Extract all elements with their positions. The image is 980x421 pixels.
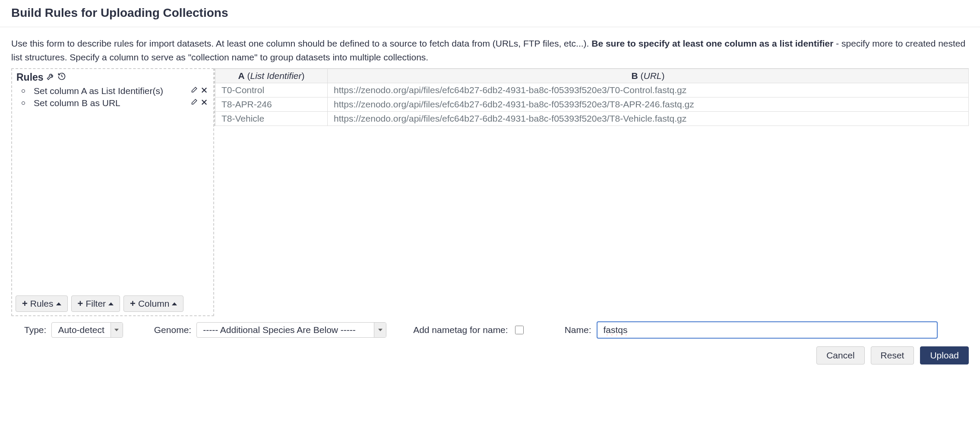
cell-identifier: T8-APR-246 <box>215 97 328 112</box>
add-column-button[interactable]: + Column <box>123 295 183 312</box>
chevron-down-icon <box>111 323 123 337</box>
close-icon[interactable] <box>200 86 208 96</box>
upload-button[interactable]: Upload <box>920 346 969 364</box>
plus-icon: + <box>78 299 83 308</box>
add-rules-button[interactable]: + Rules <box>16 295 68 312</box>
col-letter: A <box>238 71 244 81</box>
cell-url: https://zenodo.org/api/files/efc64b27-6d… <box>328 112 969 126</box>
plus-icon: + <box>130 299 136 308</box>
edit-icon[interactable] <box>190 86 198 96</box>
rule-text: Set column B as URL <box>34 98 120 108</box>
caret-up-icon <box>108 302 114 305</box>
col-type: List Identifier <box>250 71 301 81</box>
name-input[interactable] <box>597 321 938 339</box>
cell-identifier: T8-Vehicle <box>215 112 328 126</box>
bullet-icon <box>22 101 25 105</box>
column-header-a[interactable]: A (List Identifier) <box>215 69 328 83</box>
rules-list: Set column A as List Identifier(s) Set c… <box>12 85 213 109</box>
page-title: Build Rules for Uploading Collections <box>11 6 969 20</box>
button-label: Column <box>138 298 169 309</box>
table-row: T0-Control https://zenodo.org/api/files/… <box>215 83 969 97</box>
button-label: Filter <box>85 298 106 309</box>
cell-url: https://zenodo.org/api/files/efc64b27-6d… <box>328 83 969 97</box>
wrench-icon[interactable] <box>46 72 55 83</box>
caret-up-icon <box>56 302 61 305</box>
reset-button[interactable]: Reset <box>871 346 914 364</box>
description-bold: Be sure to specify at least one column a… <box>591 38 833 48</box>
table-row: T8-Vehicle https://zenodo.org/api/files/… <box>215 112 969 126</box>
caret-up-icon <box>172 302 177 305</box>
rules-heading: Rules <box>12 69 213 84</box>
edit-icon[interactable] <box>190 98 198 108</box>
type-label: Type: <box>24 325 46 335</box>
nametag-checkbox[interactable] <box>515 326 524 334</box>
col-letter: B <box>631 71 638 81</box>
cell-url: https://zenodo.org/api/files/efc64b27-6d… <box>328 97 969 112</box>
description-text: Use this form to describe rules for impo… <box>11 38 591 48</box>
page-description: Use this form to describe rules for impo… <box>0 27 980 68</box>
rules-heading-text: Rules <box>16 72 44 83</box>
data-table: A (List Identifier) B (URL) T0-Control h… <box>215 69 969 126</box>
type-value: Auto-detect <box>52 323 110 337</box>
genome-select[interactable]: ----- Additional Species Are Below ----- <box>196 322 386 338</box>
cell-identifier: T0-Control <box>215 83 328 97</box>
rule-text: Set column A as List Identifier(s) <box>34 86 163 96</box>
genome-label: Genome: <box>154 325 191 335</box>
rule-item: Set column A as List Identifier(s) <box>22 85 208 97</box>
column-header-b[interactable]: B (URL) <box>328 69 969 83</box>
data-table-area: A (List Identifier) B (URL) T0-Control h… <box>214 68 969 126</box>
genome-value: ----- Additional Species Are Below ----- <box>197 323 374 337</box>
chevron-down-icon <box>374 323 386 337</box>
col-type: URL <box>643 71 661 81</box>
type-select[interactable]: Auto-detect <box>51 322 123 338</box>
add-filter-button[interactable]: + Filter <box>71 295 120 312</box>
button-label: Rules <box>30 298 54 309</box>
nametag-label: Add nametag for name: <box>413 325 508 335</box>
plus-icon: + <box>22 299 28 308</box>
bullet-icon <box>22 89 25 93</box>
rules-panel: Rules Set column A as List Identifier(s) <box>11 68 214 316</box>
close-icon[interactable] <box>200 98 208 108</box>
table-row: T8-APR-246 https://zenodo.org/api/files/… <box>215 97 969 112</box>
name-label: Name: <box>565 325 591 335</box>
cancel-button[interactable]: Cancel <box>816 346 864 364</box>
history-icon[interactable] <box>57 72 66 83</box>
rule-item: Set column B as URL <box>22 97 208 109</box>
